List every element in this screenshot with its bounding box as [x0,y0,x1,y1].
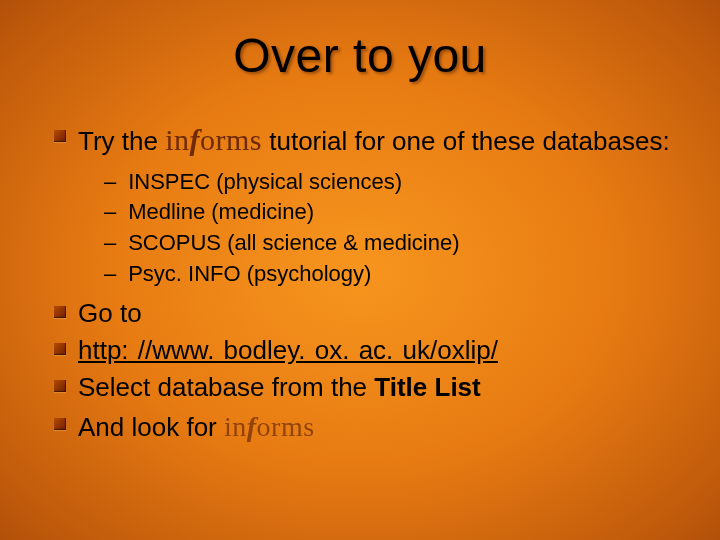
bullet-2-text: Go to [78,298,142,328]
subitem-scopus: – SCOPUS (all science & medicine) [104,228,680,258]
square-bullet-icon [54,130,66,142]
bullet-5-text: And look for [78,412,224,442]
bullet-4-pre: Select database from the [78,372,374,402]
subitem-inspec: – INSPEC (physical sciences) [104,167,680,197]
subitem-label: Medline (medicine) [128,199,314,224]
square-bullet-icon [54,343,66,355]
informs-in: in [165,123,189,156]
slide: Over to you Try the informs tutorial for… [0,0,720,540]
square-bullet-icon [54,380,66,392]
subitem-label: Psyc. INFO (psychology) [128,261,371,286]
informs-f: f [247,411,257,442]
dash-icon: – [104,228,122,258]
oxlip-link[interactable]: http: //www. bodley. ox. ac. uk/oxlip/ [78,335,498,365]
informs-f: f [190,123,201,156]
square-bullet-icon [54,306,66,318]
subitem-psycinfo: – Psyc. INFO (psychology) [104,259,680,289]
dash-icon: – [104,167,122,197]
bullet-link: http: //www. bodley. ox. ac. uk/oxlip/ [78,333,680,368]
square-bullet-icon [54,418,66,430]
bullet-select-db: Select database from the Title List [78,370,680,405]
subitem-medline: – Medline (medicine) [104,197,680,227]
subitem-label: INSPEC (physical sciences) [128,169,402,194]
dash-icon: – [104,259,122,289]
informs-logo-small: informs [224,411,315,442]
bullet-4-bold: Title List [374,372,480,402]
bullet-1-pre: Try the [78,126,165,156]
informs-orms: orms [257,411,315,442]
bullet-1-post: tutorial for one of these databases: [269,126,669,156]
informs-in: in [224,411,247,442]
database-sublist: – INSPEC (physical sciences) – Medline (… [104,167,680,289]
bullet-look-for: And look for informs [78,408,680,446]
informs-logo: informs [165,123,262,156]
slide-title: Over to you [0,28,720,83]
bullet-try-informs: Try the informs tutorial for one of thes… [78,120,680,161]
slide-content: Try the informs tutorial for one of thes… [78,120,680,447]
subitem-label: SCOPUS (all science & medicine) [128,230,459,255]
dash-icon: – [104,197,122,227]
bullet-go-to: Go to [78,296,680,331]
informs-orms: orms [200,123,262,156]
